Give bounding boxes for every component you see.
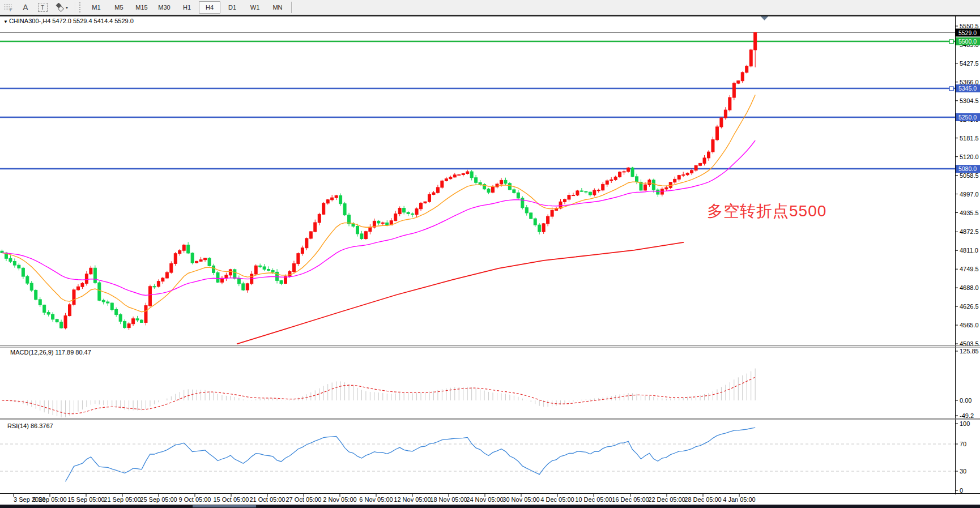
date-tick-label: 4 Dec 05:00 [540, 496, 574, 503]
rsi-tick-label: 0 [960, 487, 963, 494]
rsi-tick-label: 100 [960, 420, 970, 427]
text-box-icon: T [38, 3, 48, 12]
rsi-value: 86.3767 [31, 422, 53, 429]
tf-button-d1[interactable]: D1 [221, 1, 243, 14]
mt-terminal-window: { "toolbar": { "tools": [ {"name": "fibo… [0, 0, 980, 508]
tf-button-w1[interactable]: W1 [244, 1, 266, 14]
chart-title: ▼CHINA300-,H45472.05529.45414.45529.0 [3, 18, 135, 24]
price-tick-label: 5366.0 [960, 79, 979, 86]
price-tick-label: 5427.5 [960, 60, 979, 67]
price-tick-label: 4997.0 [960, 191, 979, 198]
tf-button-h1[interactable]: H1 [176, 1, 198, 14]
macd-pane: 125.850.00-49.2 [2, 348, 979, 419]
hline-handle[interactable] [949, 87, 953, 91]
diamonds-icon [55, 3, 64, 12]
date-tick-label: 16 Dec 05:00 [612, 496, 649, 503]
level-lines[interactable] [0, 33, 955, 169]
date-tick-label: 28 Dec 05:00 [684, 496, 721, 503]
price-badge-label: 5345.0 [958, 85, 977, 92]
macd-label: MACD(12,26,9) [10, 349, 53, 356]
price-tick-label: 4688.0 [960, 284, 979, 291]
symbol-dropdown-caret-icon[interactable]: ▼ [3, 19, 8, 24]
tf-button-m15[interactable]: M15 [131, 1, 152, 14]
price-tick-label: 5058.5 [960, 172, 979, 179]
text-label-tool-icon[interactable]: A [18, 1, 33, 14]
price-axis: 5550.55489.05427.55366.05304.55243.05181… [955, 23, 980, 347]
date-tick-label: 9 Sep 05:00 [33, 496, 66, 503]
rsi-tick-label: 30 [960, 468, 966, 475]
tf-button-m1[interactable]: M1 [86, 1, 107, 14]
price-tick-label: 5304.5 [960, 97, 979, 104]
price-tick-label: 5120.0 [960, 153, 979, 160]
date-tick-label: 15 Oct 05:00 [214, 496, 249, 503]
ohlc-low: 5414.4 [94, 18, 113, 24]
rsi-pane-label: RSI(14)86.3767 [7, 422, 55, 429]
moving-averages [2, 95, 756, 344]
toolbar-grip[interactable] [79, 2, 83, 12]
fibonacci-tool-icon[interactable]: F [1, 1, 16, 14]
arrows-tool-icon[interactable]: ▼ [52, 1, 72, 14]
rsi-label: RSI(14) [7, 422, 29, 429]
text-tool-icon[interactable]: T [35, 1, 50, 14]
macd-tick-label: 0.00 [960, 397, 972, 404]
price-tick-label: 4565.0 [960, 322, 979, 328]
date-tick-label: 2 Nov 05:00 [323, 496, 356, 503]
tf-button-mn[interactable]: MN [267, 1, 288, 14]
ohlc-close: 5529.0 [114, 18, 134, 24]
tf-button-h4[interactable]: H4 [199, 1, 220, 14]
rsi-line [66, 428, 756, 481]
date-tick-label: 6 Nov 05:00 [359, 496, 393, 503]
date-tick-label: 27 Oct 05:00 [286, 496, 322, 503]
chart-text-annotation[interactable]: 多空转折点5500 [707, 200, 826, 222]
rsi-tick-label: 70 [960, 441, 966, 447]
tf-button-m30[interactable]: M30 [154, 1, 175, 14]
price-tick-label: 4503.5 [960, 340, 979, 347]
toolbar-separator [291, 2, 292, 13]
candles-layer [1, 32, 757, 330]
date-tick-label: 4 Jan 05:00 [723, 496, 756, 503]
date-tick-label: 25 Sep 05:00 [140, 496, 177, 503]
date-tick-label: 15 Sep 05:00 [67, 496, 104, 503]
dropdown-caret-icon: ▼ [65, 6, 69, 10]
ma-fast-line [2, 95, 756, 312]
price-tick-label: 5550.5 [960, 23, 979, 29]
ma-slow-line [237, 242, 684, 344]
date-tick-label: 21 Sep 05:00 [104, 496, 140, 503]
ohlc-open: 5472.0 [52, 18, 71, 24]
tf-button-m5[interactable]: M5 [108, 1, 130, 14]
price-tick-label: 4811.0 [960, 247, 978, 254]
svg-text:F: F [10, 7, 12, 12]
date-tick-label: 18 Nov 05:00 [430, 496, 467, 503]
price-tick-label: 4872.5 [960, 228, 979, 235]
frame-and-dates: 3 Sep 20209 Sep 05:0015 Sep 05:0021 Sep … [0, 16, 980, 508]
date-tick-label: 21 Oct 05:00 [250, 496, 286, 503]
symbol-timeframe: CHINA300-,H4 [9, 18, 50, 24]
price-tick-label: 4626.5 [960, 303, 979, 310]
date-tick-label: 10 Dec 05:00 [575, 496, 612, 503]
date-tick-label: 9 Oct 05:00 [179, 496, 211, 503]
hline-handle[interactable] [949, 40, 953, 44]
rsi-pane: 10070300 [0, 420, 970, 494]
ohlc-high: 5529.4 [73, 18, 92, 24]
price-tick-label: 4935.5 [960, 210, 979, 216]
macd-tick-label: 125.85 [960, 348, 979, 355]
chart-shift-marker-icon[interactable] [761, 16, 768, 20]
macd-values: 117.89 80.47 [55, 349, 91, 356]
toolbar: F A T ▼ M1 M5 M15 M30 H1 H4 D1 W1 MN [0, 0, 980, 15]
toolbar-separator [75, 2, 75, 13]
macd-pane-label: MACD(12,26,9)117.89 80.47 [10, 349, 93, 356]
price-badge-label: 5500.0 [958, 38, 977, 45]
date-tick-label: 12 Nov 05:00 [394, 496, 431, 503]
date-tick-label: 24 Nov 05:00 [466, 496, 503, 503]
fibonacci-icon: F [3, 3, 14, 12]
ma-mid-line [2, 140, 756, 295]
price-tick-label: 5181.5 [960, 135, 979, 142]
price-tick-label: 4749.5 [960, 266, 979, 272]
chart-canvas[interactable]: 5550.55489.05427.55366.05304.55243.05181… [0, 0, 980, 508]
price-badge-label: 5080.0 [958, 165, 977, 172]
date-tick-label: 30 Nov 05:00 [502, 496, 539, 503]
price-badge-label: 5250.0 [958, 114, 977, 121]
bid-price-label: 5529.0 [958, 29, 977, 36]
date-tick-label: 22 Dec 05:00 [648, 496, 685, 503]
